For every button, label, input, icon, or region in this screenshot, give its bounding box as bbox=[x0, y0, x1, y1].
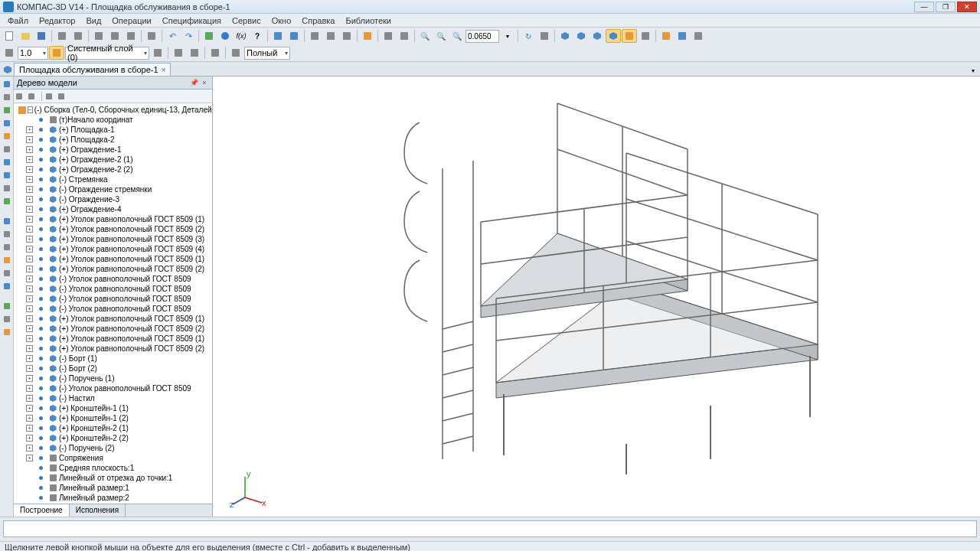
tree-node[interactable]: +(-) Борт (2) bbox=[14, 364, 212, 373]
tree-tool-1[interactable] bbox=[15, 91, 26, 102]
tree-close-button[interactable]: × bbox=[200, 78, 209, 87]
lib-button[interactable] bbox=[201, 29, 217, 43]
tool-j[interactable] bbox=[658, 29, 674, 43]
expand-icon[interactable]: + bbox=[26, 266, 33, 272]
tree-node[interactable]: +(-) Уголок равнополочный ГОСТ 8509 bbox=[14, 294, 212, 304]
tree-node[interactable]: +(-) Настил bbox=[14, 393, 212, 403]
layer-color-button[interactable] bbox=[49, 46, 64, 60]
expand-icon[interactable]: + bbox=[26, 216, 33, 223]
menu-window[interactable]: Окно bbox=[267, 15, 296, 26]
expand-icon[interactable]: − bbox=[28, 106, 33, 113]
tool-c[interactable] bbox=[307, 29, 322, 43]
tree-node[interactable]: +(+) Кронштейн-1 (2) bbox=[14, 413, 212, 423]
tree-node[interactable]: +(+) Уголок равнополочный ГОСТ 8509 (3) bbox=[14, 234, 212, 244]
tool-h[interactable] bbox=[397, 29, 412, 43]
hidden-button[interactable] bbox=[573, 29, 589, 43]
tree-node[interactable]: +(-) Уголок равнополочный ГОСТ 8509 bbox=[14, 304, 212, 314]
shade-edges-button[interactable] bbox=[606, 29, 621, 43]
tree-node[interactable]: +(+) Уголок равнополочный ГОСТ 8509 (1) bbox=[14, 214, 212, 224]
undo-button[interactable]: ↶ bbox=[165, 29, 180, 43]
side-tool-12[interactable] bbox=[1, 228, 13, 240]
tool-n[interactable] bbox=[171, 46, 186, 60]
tool-k[interactable] bbox=[675, 29, 690, 43]
expand-icon[interactable]: + bbox=[26, 196, 33, 203]
scale-dropdown[interactable]: 1.0 bbox=[18, 47, 48, 60]
document-tab-close[interactable]: × bbox=[162, 66, 166, 74]
expand-icon[interactable]: + bbox=[26, 355, 33, 362]
tree-node[interactable]: +(-) Поручень (2) bbox=[14, 443, 212, 453]
help-button[interactable]: ? bbox=[250, 29, 265, 43]
expand-icon[interactable]: + bbox=[26, 236, 33, 243]
expand-icon[interactable]: + bbox=[26, 136, 33, 143]
tool-b[interactable] bbox=[286, 29, 302, 43]
expand-icon[interactable]: + bbox=[26, 256, 33, 262]
tree-node[interactable]: +(+) Площадка-1 bbox=[14, 125, 212, 135]
tree-node[interactable]: +(+) Уголок равнополочный ГОСТ 8509 (1) bbox=[14, 314, 212, 324]
side-tool-3[interactable] bbox=[1, 104, 13, 116]
tree-tool-2[interactable] bbox=[28, 91, 38, 102]
expand-icon[interactable]: + bbox=[26, 455, 33, 461]
expand-icon[interactable]: + bbox=[26, 425, 33, 432]
save-button[interactable] bbox=[34, 29, 49, 43]
expand-icon[interactable]: + bbox=[26, 206, 33, 213]
zoom-fit-button[interactable]: 🔍 bbox=[449, 29, 465, 43]
side-tool-14[interactable] bbox=[1, 254, 13, 266]
orbit-button[interactable] bbox=[537, 29, 552, 43]
tree-node[interactable]: +(-) Уголок равнополочный ГОСТ 8509 bbox=[14, 284, 212, 294]
3d-viewport[interactable]: y x z bbox=[213, 77, 980, 517]
side-tool-10[interactable] bbox=[1, 195, 13, 207]
style-dropdown[interactable]: Полный bbox=[244, 47, 290, 60]
tree-node[interactable]: +(+) Уголок равнополочный ГОСТ 8509 (1) bbox=[14, 254, 212, 264]
menu-file[interactable]: Файл bbox=[3, 15, 33, 26]
tree-node[interactable]: +(+) Уголок равнополочный ГОСТ 8509 (1) bbox=[14, 334, 212, 344]
side-tool-5[interactable] bbox=[1, 130, 13, 142]
expand-icon[interactable]: + bbox=[26, 285, 33, 292]
side-tool-6[interactable] bbox=[1, 143, 13, 155]
zoom-dropdown[interactable]: ▾ bbox=[500, 29, 515, 43]
expand-icon[interactable]: + bbox=[26, 395, 33, 402]
tree-node[interactable]: Средняя плоскость:1 bbox=[14, 463, 212, 473]
expand-icon[interactable]: + bbox=[26, 276, 33, 282]
print-button[interactable] bbox=[54, 29, 70, 43]
expand-icon[interactable]: + bbox=[26, 246, 33, 253]
expand-icon[interactable]: + bbox=[26, 445, 33, 452]
tool-q[interactable] bbox=[228, 46, 243, 60]
tree-node[interactable]: +(-) Ограждение стремянки bbox=[14, 184, 212, 194]
tree-node[interactable]: +(+) Ограждение-1 bbox=[14, 145, 212, 155]
close-button[interactable]: ✕ bbox=[957, 2, 977, 12]
tree-node[interactable]: Линейный размер:2 bbox=[14, 493, 212, 503]
tool-o[interactable] bbox=[187, 46, 202, 60]
side-tool-19[interactable] bbox=[1, 326, 13, 338]
menu-view[interactable]: Вид bbox=[81, 15, 106, 26]
expand-icon[interactable]: + bbox=[26, 345, 33, 352]
tree-node[interactable]: +(+) Кронштейн-2 (2) bbox=[14, 433, 212, 443]
side-tool-4[interactable] bbox=[1, 117, 13, 129]
tree-node[interactable]: +(+) Ограждение-4 bbox=[14, 204, 212, 214]
zoom-in-button[interactable]: 🔍 bbox=[417, 29, 433, 43]
expand-icon[interactable]: + bbox=[26, 176, 33, 183]
zoom-out-button[interactable]: 🔍 bbox=[433, 29, 449, 43]
tree-node[interactable]: +(+) Уголок равнополочный ГОСТ 8509 (2) bbox=[14, 344, 212, 354]
tree-node[interactable]: +(+) Кронштейн-1 (1) bbox=[14, 403, 212, 413]
expand-icon[interactable]: + bbox=[26, 435, 33, 442]
expand-icon[interactable]: + bbox=[26, 226, 33, 233]
tree-pin-button[interactable]: 📌 bbox=[189, 78, 198, 87]
state-button[interactable] bbox=[2, 46, 17, 60]
menu-operations[interactable]: Операции bbox=[107, 15, 155, 26]
tool-m[interactable] bbox=[150, 46, 165, 60]
tree-node[interactable]: (т)Начало координат bbox=[14, 115, 212, 125]
menu-spec[interactable]: Спецификация bbox=[158, 15, 226, 26]
expand-icon[interactable]: + bbox=[26, 305, 33, 312]
tree-node[interactable]: +(+) Уголок равнополочный ГОСТ 8509 (4) bbox=[14, 244, 212, 254]
document-tab[interactable]: Площадка обслуживания в сборе-1 × bbox=[14, 63, 171, 76]
open-button[interactable] bbox=[18, 29, 33, 43]
tree-node[interactable]: +(+) Уголок равнополочный ГОСТ 8509 (2) bbox=[14, 224, 212, 234]
wire-button[interactable] bbox=[557, 29, 573, 43]
tree-body[interactable]: − (-) Сборка (Тел-0, Сборочных единиц-13… bbox=[14, 103, 212, 504]
expand-icon[interactable]: + bbox=[26, 295, 33, 302]
expand-icon[interactable]: + bbox=[26, 186, 33, 193]
side-tool-11[interactable] bbox=[1, 215, 13, 227]
side-tool-2[interactable] bbox=[1, 91, 13, 103]
globe-button[interactable] bbox=[217, 29, 233, 43]
cut-button[interactable] bbox=[91, 29, 106, 43]
